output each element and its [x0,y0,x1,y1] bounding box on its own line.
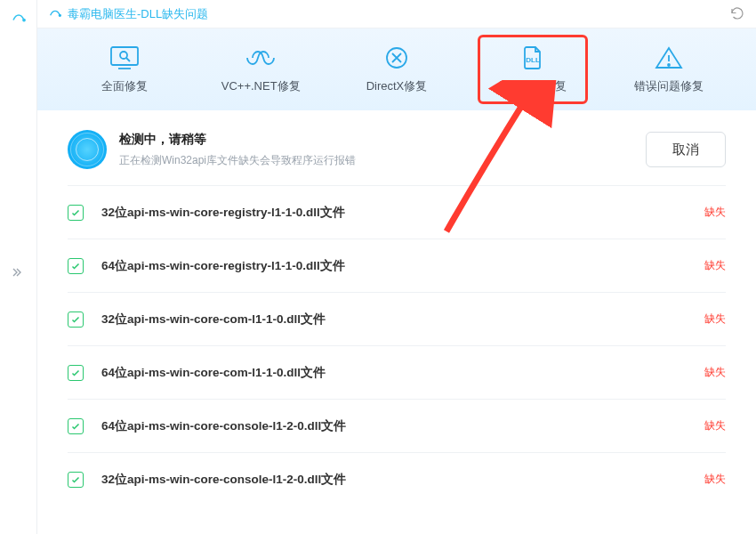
status-badge: 缺失 [704,365,726,380]
result-list: 32位api-ms-win-core-registry-l1-1-0.dll文件… [37,185,756,506]
svg-point-9 [668,64,670,66]
cancel-button[interactable]: 取消 [646,132,726,167]
svg-text:DLL: DLL [526,56,540,64]
scan-status-title: 检测中，请稍等 [119,132,646,148]
file-name: 64位api-ms-win-core-com-l1-1-0.dll文件 [101,365,704,381]
list-item[interactable]: 64位api-ms-win-core-console-l1-2-0.dll文件 … [68,399,726,452]
svg-point-0 [22,19,24,20]
expand-sidebar-button[interactable] [12,265,26,279]
file-name: 32位api-ms-win-core-registry-l1-1-0.dll文件 [101,205,704,221]
directx-icon [380,44,414,71]
file-name: 64位api-ms-win-core-registry-l1-1-0.dll文件 [101,258,704,274]
tab-vcnet-repair[interactable]: VC++.NET修复 [205,35,316,104]
tab-strip: 全面修复 VC++.NET修复 DirectX修复 DLL 系统DLL修复 [37,28,756,110]
radar-scan-icon [68,130,107,169]
dll-file-icon: DLL [516,44,550,71]
svg-rect-2 [111,47,138,65]
list-item[interactable]: 64位api-ms-win-core-com-l1-1-0.dll文件 缺失 [68,345,726,399]
window-title: 毒霸电脑医生-DLL缺失问题 [68,6,208,22]
infinity-icon [244,44,277,71]
status-badge: 缺失 [704,205,726,220]
svg-point-1 [59,14,60,16]
status-badge: 缺失 [704,258,726,273]
status-badge: 缺失 [704,472,726,487]
status-badge: 缺失 [704,312,726,327]
logo-icon [48,7,62,21]
file-name: 32位api-ms-win-core-console-l1-2-0.dll文件 [101,472,704,488]
svg-line-5 [126,58,130,61]
monitor-search-icon [108,44,141,71]
list-item[interactable]: 64位api-ms-win-core-registry-l1-1-0.dll文件… [68,239,726,292]
tab-label: VC++.NET修复 [221,78,301,94]
tab-error-repair[interactable]: 错误问题修复 [614,35,724,104]
scan-status-row: 检测中，请稍等 正在检测Win32api库文件缺失会导致程序运行报错 取消 [37,110,756,185]
checkbox-checked-icon[interactable] [68,418,84,434]
list-item[interactable]: 32位api-ms-win-core-registry-l1-1-0.dll文件… [68,185,726,239]
warning-triangle-icon [652,44,686,71]
back-button[interactable] [729,6,745,22]
file-name: 32位api-ms-win-core-com-l1-1-0.dll文件 [101,312,704,328]
list-item[interactable]: 32位api-ms-win-core-console-l1-2-0.dll文件 … [68,452,726,506]
list-item[interactable]: 32位api-ms-win-core-com-l1-1-0.dll文件 缺失 [68,292,726,345]
tab-label: 系统DLL修复 [499,78,567,94]
svg-point-4 [120,52,127,59]
checkbox-checked-icon[interactable] [68,472,84,488]
checkbox-checked-icon[interactable] [68,365,84,381]
status-badge: 缺失 [704,418,726,433]
tab-full-repair[interactable]: 全面修复 [69,35,180,104]
tab-label: 全面修复 [101,78,148,94]
brand-glyph-icon [11,11,27,27]
scan-status-subtitle: 正在检测Win32api库文件缺失会导致程序运行报错 [119,153,646,168]
tab-label: 错误问题修复 [634,78,704,94]
checkbox-checked-icon[interactable] [68,258,84,274]
file-name: 64位api-ms-win-core-console-l1-2-0.dll文件 [101,418,704,434]
tab-label: DirectX修复 [366,78,428,94]
tab-directx-repair[interactable]: DirectX修复 [342,35,452,104]
tab-system-dll-repair[interactable]: DLL 系统DLL修复 [478,35,588,104]
side-rail [0,0,37,534]
checkbox-checked-icon[interactable] [68,312,84,328]
checkbox-checked-icon[interactable] [68,205,84,221]
title-bar: 毒霸电脑医生-DLL缺失问题 [37,0,756,28]
